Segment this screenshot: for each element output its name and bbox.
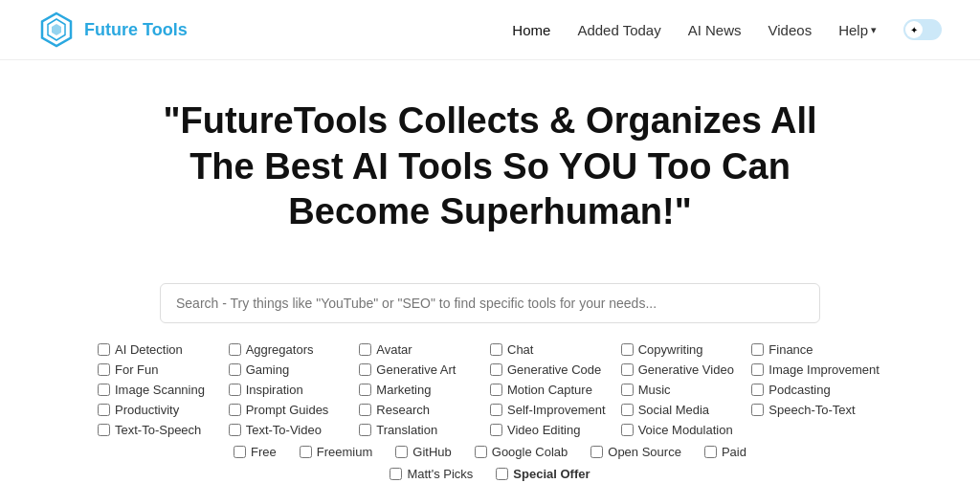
filter-checkbox-12[interactable] <box>98 384 110 396</box>
filter-item-chat[interactable]: Chat <box>490 342 621 357</box>
nav-ai-news[interactable]: AI News <box>688 22 742 38</box>
filter-item-ai-detection[interactable]: AI Detection <box>98 342 229 357</box>
pricing-filter-open source[interactable]: Open Source <box>590 445 681 459</box>
filter-label: Video Editing <box>507 423 580 437</box>
nav-added-today[interactable]: Added Today <box>577 22 660 38</box>
filter-checkbox-27[interactable] <box>490 424 502 436</box>
filter-checkbox-28[interactable] <box>621 424 634 436</box>
filter-label: Inspiration <box>246 383 303 397</box>
nav-home[interactable]: Home <box>512 22 550 38</box>
filter-item-generative-code[interactable]: Generative Code <box>490 362 621 377</box>
filter-checkbox-3[interactable] <box>490 343 502 356</box>
pricing-checkbox-2[interactable] <box>395 446 408 458</box>
filter-checkbox-20[interactable] <box>359 404 371 416</box>
filter-checkbox-10[interactable] <box>621 363 634 376</box>
filter-checkbox-9[interactable] <box>490 363 502 376</box>
filter-checkbox-5[interactable] <box>751 343 764 356</box>
filter-checkbox-18[interactable] <box>98 404 110 416</box>
filter-checkbox-21[interactable] <box>490 404 502 416</box>
filter-label: Social Media <box>638 403 709 417</box>
pricing-checkbox-5[interactable] <box>704 446 717 458</box>
filter-item-music[interactable]: Music <box>621 383 752 397</box>
pricing-filter-google colab[interactable]: Google Colab <box>475 445 568 459</box>
filter-item-finance[interactable]: Finance <box>751 342 882 357</box>
filter-label: Text-To-Video <box>246 423 322 437</box>
logo-link[interactable]: Future Tools <box>38 11 188 48</box>
filter-item-research[interactable]: Research <box>359 403 490 417</box>
filter-item-text-to-speech[interactable]: Text-To-Speech <box>98 423 229 437</box>
special-filter-special-offer[interactable]: Special Offer <box>496 467 590 481</box>
filter-checkbox-16[interactable] <box>621 384 634 396</box>
filter-checkbox-25[interactable] <box>229 424 241 436</box>
filter-checkbox-11[interactable] <box>751 363 764 376</box>
hero-section: "FutureTools Collects & Organizes All Th… <box>0 60 980 283</box>
filter-checkbox-1[interactable] <box>229 343 241 356</box>
filter-checkbox-26[interactable] <box>359 424 371 436</box>
filter-item-self-improvement[interactable]: Self-Improvement <box>490 403 621 417</box>
filter-label: Speech-To-Text <box>768 403 855 417</box>
filter-checkbox-0[interactable] <box>98 343 110 356</box>
filter-item-motion-capture[interactable]: Motion Capture <box>490 383 621 397</box>
filter-item-inspiration[interactable]: Inspiration <box>229 383 360 397</box>
filter-label: For Fun <box>115 362 159 377</box>
filter-label: Avatar <box>376 342 412 357</box>
filter-item-productivity[interactable]: Productivity <box>98 403 229 417</box>
pricing-label: Free <box>251 445 277 459</box>
filter-checkbox-2[interactable] <box>359 343 371 356</box>
filter-item-aggregators[interactable]: Aggregators <box>229 342 360 357</box>
nav-help[interactable]: Help ▾ <box>838 22 877 38</box>
filter-item-generative-video[interactable]: Generative Video <box>621 362 752 377</box>
navbar: Future Tools Home Added Today AI News Vi… <box>0 0 980 60</box>
filter-label: Gaming <box>246 362 290 377</box>
filter-checkbox-22[interactable] <box>621 404 634 416</box>
nav-videos[interactable]: Videos <box>768 22 813 38</box>
filter-item-video-editing[interactable]: Video Editing <box>490 423 621 437</box>
filter-item-text-to-video[interactable]: Text-To-Video <box>229 423 360 437</box>
filter-checkbox-6[interactable] <box>98 363 110 376</box>
filter-label: Generative Code <box>507 362 601 377</box>
chevron-down-icon: ▾ <box>871 24 877 36</box>
theme-toggle[interactable]: ✦ <box>903 19 942 40</box>
special-checkbox-0[interactable] <box>390 468 402 480</box>
logo-icon <box>38 11 75 48</box>
pricing-checkbox-4[interactable] <box>590 446 603 458</box>
filter-checkbox-19[interactable] <box>229 404 241 416</box>
filter-checkbox-24[interactable] <box>98 424 110 436</box>
filter-item-image-improvement[interactable]: Image Improvement <box>751 362 882 377</box>
filter-item-image-scanning[interactable]: Image Scanning <box>98 383 229 397</box>
filter-checkbox-23[interactable] <box>751 404 764 416</box>
filter-item-social-media[interactable]: Social Media <box>621 403 752 417</box>
filter-checkbox-8[interactable] <box>359 363 371 376</box>
filter-item-podcasting[interactable]: Podcasting <box>751 383 882 397</box>
filter-label: Text-To-Speech <box>115 423 201 437</box>
filter-item-prompt-guides[interactable]: Prompt Guides <box>229 403 360 417</box>
filter-checkbox-14[interactable] <box>359 384 371 396</box>
filter-item-translation[interactable]: Translation <box>359 423 490 437</box>
special-filter-matt's-picks[interactable]: Matt's Picks <box>390 467 473 481</box>
pricing-filter-free[interactable]: Free <box>234 445 277 459</box>
special-checkbox-1[interactable] <box>496 468 508 480</box>
pricing-filter-github[interactable]: GitHub <box>395 445 451 459</box>
filter-item-voice-modulation[interactable]: Voice Modulation <box>621 423 752 437</box>
filter-checkbox-17[interactable] <box>751 384 764 396</box>
filter-item-for-fun[interactable]: For Fun <box>98 362 229 377</box>
filter-item-marketing[interactable]: Marketing <box>359 383 490 397</box>
filter-label: AI Detection <box>115 342 183 357</box>
filter-item-avatar[interactable]: Avatar <box>359 342 490 357</box>
pricing-checkbox-1[interactable] <box>300 446 312 458</box>
filter-checkbox-7[interactable] <box>229 363 241 376</box>
filter-item-speech-to-text[interactable]: Speech-To-Text <box>751 403 882 417</box>
pricing-checkbox-3[interactable] <box>475 446 487 458</box>
filter-checkbox-4[interactable] <box>621 343 634 356</box>
pricing-filter-paid[interactable]: Paid <box>704 445 746 459</box>
filter-item-gaming[interactable]: Gaming <box>229 362 360 377</box>
filter-checkbox-15[interactable] <box>490 384 502 396</box>
nav-links: Home Added Today AI News Videos Help ▾ ✦ <box>512 19 942 40</box>
pricing-checkbox-0[interactable] <box>234 446 246 458</box>
filter-checkbox-13[interactable] <box>229 384 241 396</box>
filter-item-copywriting[interactable]: Copywriting <box>621 342 752 357</box>
filter-item-generative-art[interactable]: Generative Art <box>359 362 490 377</box>
filter-label: Aggregators <box>246 342 314 357</box>
search-input[interactable] <box>160 283 820 323</box>
pricing-filter-freemium[interactable]: Freemium <box>300 445 373 459</box>
